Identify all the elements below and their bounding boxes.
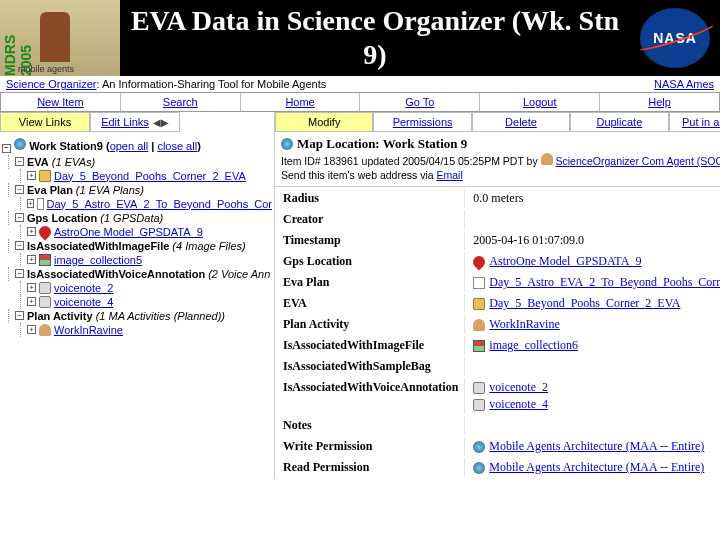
collapse-icon[interactable]: −: [15, 269, 24, 278]
value-link[interactable]: voicenote_2: [489, 380, 548, 395]
prop-key: IsAssociatedWithSampleBag: [277, 357, 465, 376]
email-line: Send this item's web address via Email: [281, 168, 720, 182]
nav-search[interactable]: Search: [121, 93, 241, 111]
tree-item[interactable]: +Day_5_Beyond_Poohs_Corner_2_EVA: [20, 169, 272, 183]
value-link[interactable]: Mobile Agents Architecture (MAA -- Entir…: [489, 460, 704, 475]
action-modify[interactable]: Modify: [275, 112, 373, 132]
action-permissions[interactable]: Permissions: [373, 112, 471, 132]
nav-logout[interactable]: Logout: [480, 93, 600, 111]
value-link[interactable]: image_collection6: [489, 338, 578, 353]
tree-group-eva-plan[interactable]: −Eva Plan (1 EVA Plans): [8, 183, 272, 197]
value-link[interactable]: Day_5_Astro_EVA_2_To_Beyond_Poohs_Corner…: [489, 275, 720, 290]
collapse-icon[interactable]: −: [15, 157, 24, 166]
science-organizer-link[interactable]: Science Organizer: [6, 78, 97, 90]
collapse-icon[interactable]: −: [15, 311, 24, 320]
nasa-swoosh-icon: [634, 17, 718, 54]
world-icon: [473, 462, 485, 474]
doc-icon: [37, 198, 44, 210]
tree-item[interactable]: +AstroOne Model_GPSDATA_9: [20, 225, 272, 239]
collapse-icon[interactable]: −: [15, 241, 24, 250]
prop-value: [467, 357, 720, 376]
right-action-row: ModifyPermissionsDeleteDuplicatePut in a…: [275, 112, 720, 132]
nav-go-to[interactable]: Go To: [360, 93, 480, 111]
updated-by-link[interactable]: ScienceOrganizer Com Agent (SOCA): [556, 155, 721, 167]
person-icon: [39, 324, 51, 336]
collapse-icon[interactable]: −: [15, 213, 24, 222]
tree-group-gps-location[interactable]: −Gps Location (1 GPSData): [8, 211, 272, 225]
header-banner: MDRS 2005 mobile agents EVA Data in Scie…: [0, 0, 720, 76]
mobile-agents-label: mobile agents: [18, 64, 74, 74]
nav-new-item[interactable]: New Item: [1, 93, 121, 111]
tree-item[interactable]: +voicenote_2: [20, 281, 272, 295]
globe-icon: [14, 138, 26, 150]
nav-arrows-icon[interactable]: ◀▶: [153, 117, 169, 128]
prop-value: 2005-04-16 01:07:09.0: [467, 231, 720, 250]
tree-root[interactable]: − Work Station9 (open all | close all): [2, 136, 272, 155]
action-duplicate[interactable]: Duplicate: [570, 112, 668, 132]
prop-key: IsAssociatedWithVoiceAnnotation: [277, 378, 465, 414]
action-delete[interactable]: Delete: [472, 112, 570, 132]
expand-icon[interactable]: +: [27, 227, 36, 236]
open-all-link[interactable]: open all: [110, 140, 149, 152]
tree-item[interactable]: +voicenote_4: [20, 295, 272, 309]
world-icon: [473, 441, 485, 453]
prop-value: Day_5_Beyond_Poohs_Corner_2_EVA: [467, 294, 720, 313]
value-link[interactable]: WorkInRavine: [489, 317, 559, 332]
pin-icon: [37, 223, 54, 240]
view-links-button[interactable]: View Links: [0, 112, 90, 132]
table-row: IsAssociatedWithSampleBag: [277, 357, 720, 376]
detail-title: Map Location: Work Station 9: [297, 136, 467, 152]
value-link[interactable]: voicenote_4: [489, 397, 548, 412]
tree-group-isassociatedwithvoiceannotation[interactable]: −IsAssociatedWithVoiceAnnotation (2 Voic…: [8, 267, 272, 281]
value-link[interactable]: Mobile Agents Architecture (MAA -- Entir…: [489, 439, 704, 454]
prop-key: Radius: [277, 189, 465, 208]
detail-header: Map Location: Work Station 9 Item ID# 18…: [275, 132, 720, 187]
tree-group-eva[interactable]: −EVA (1 EVAs): [8, 155, 272, 169]
prop-key: EVA: [277, 294, 465, 313]
doc-icon: [473, 277, 485, 289]
table-row: IsAssociatedWithImageFileimage_collectio…: [277, 336, 720, 355]
expand-icon[interactable]: +: [27, 283, 36, 292]
prop-value: WorkInRavine: [467, 315, 720, 334]
prop-key: Timestamp: [277, 231, 465, 250]
collapse-icon[interactable]: −: [15, 185, 24, 194]
prop-value: Mobile Agents Architecture (MAA -- Entir…: [467, 437, 720, 456]
prop-value: 0.0 meters: [467, 189, 720, 208]
table-row: EVADay_5_Beyond_Poohs_Corner_2_EVA: [277, 294, 720, 313]
tree-group-plan-activity[interactable]: −Plan Activity (1 MA Activities (Planned…: [8, 309, 272, 323]
prop-value: Mobile Agents Architecture (MAA -- Entir…: [467, 458, 720, 477]
prop-key: Write Permission: [277, 437, 465, 456]
voice-icon: [473, 399, 485, 411]
send-email-link[interactable]: Email: [437, 169, 463, 181]
folder-icon: [473, 298, 485, 310]
expand-icon[interactable]: +: [27, 325, 36, 334]
tree-item[interactable]: +image_collection5: [20, 253, 272, 267]
prop-key: Read Permission: [277, 458, 465, 477]
table-row: Plan ActivityWorkInRavine: [277, 315, 720, 334]
edit-links-button[interactable]: Edit Links◀▶: [90, 112, 180, 132]
folder-icon: [39, 170, 51, 182]
agent-icon: [541, 153, 553, 165]
expand-icon[interactable]: +: [27, 255, 36, 264]
nav-home[interactable]: Home: [241, 93, 361, 111]
nav-help[interactable]: Help: [600, 93, 719, 111]
action-put-in-a-folder[interactable]: Put in a Folder: [669, 112, 720, 132]
tree-item[interactable]: +Day_5_Astro_EVA_2_To_Beyond_Poohs_Cor: [20, 197, 272, 211]
expand-icon[interactable]: +: [27, 171, 36, 180]
table-row: Read PermissionMobile Agents Architectur…: [277, 458, 720, 477]
value-link[interactable]: AstroOne Model_GPSDATA_9: [489, 254, 641, 269]
tree-item[interactable]: +WorkInRavine: [20, 323, 272, 337]
expand-icon[interactable]: +: [27, 199, 34, 208]
prop-value: image_collection6: [467, 336, 720, 355]
tree-group-isassociatedwithimagefile[interactable]: −IsAssociatedWithImageFile (4 Image File…: [8, 239, 272, 253]
person-icon: [473, 319, 485, 331]
subheader-bar: Science Organizer: An Information-Sharin…: [0, 76, 720, 92]
close-all-link[interactable]: close all: [157, 140, 197, 152]
expand-icon[interactable]: +: [27, 297, 36, 306]
app-desc: : An Information-Sharing Tool for Mobile…: [97, 78, 327, 90]
nasa-ames-link[interactable]: NASA Ames: [654, 78, 714, 90]
pin-icon: [471, 253, 488, 270]
collapse-icon[interactable]: −: [2, 144, 11, 153]
value-link[interactable]: Day_5_Beyond_Poohs_Corner_2_EVA: [489, 296, 680, 311]
prop-key: Gps Location: [277, 252, 465, 271]
